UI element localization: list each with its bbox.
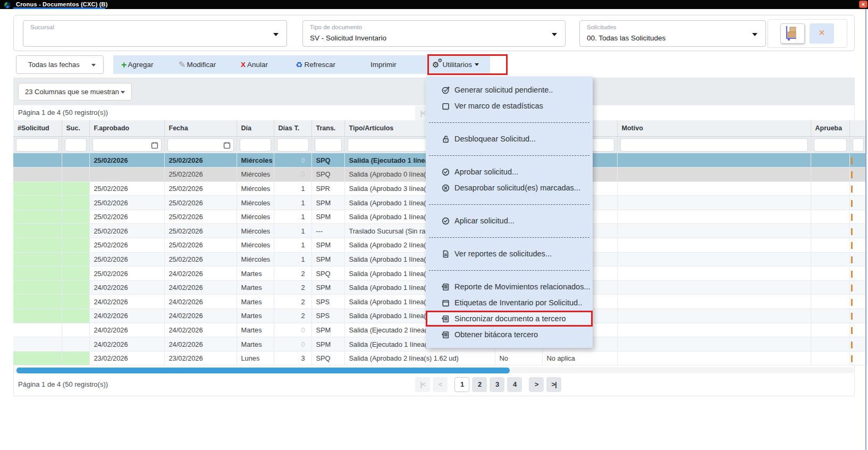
- column-header[interactable]: #Solicitud: [13, 120, 62, 136]
- date-filter-dropdown[interactable]: Todas las fechas: [16, 55, 104, 74]
- solicitudes-dropdown[interactable]: Solicitudes 00. Todas las Solicitudes: [579, 20, 766, 47]
- cell: [811, 238, 849, 253]
- page-button-1[interactable]: 1: [454, 377, 469, 392]
- menu-item[interactable]: Etiquetas de Inventario por Solicitud..: [426, 295, 593, 311]
- agregar-button[interactable]: +Agregar: [121, 55, 154, 74]
- menu-item[interactable]: Sincronizar documento a tercero: [426, 311, 593, 327]
- menu-item[interactable]: Ver reportes de solicitudes...: [426, 246, 593, 262]
- cell: 0: [274, 337, 311, 352]
- page-button-3[interactable]: 3: [490, 377, 504, 392]
- hand-truck-icon: [783, 26, 802, 41]
- clipped-cell-marker: [851, 271, 853, 278]
- cell: SPQ: [311, 351, 344, 365]
- column-header[interactable]: Trans.: [311, 120, 344, 136]
- cell: 25/02/2026: [164, 153, 237, 168]
- cell: 24/02/2026: [89, 323, 164, 337]
- cell: SPM: [311, 196, 344, 210]
- page-button-4[interactable]: 4: [507, 377, 522, 392]
- menu-item[interactable]: Reporte de Movimientos relacionados...: [426, 279, 593, 295]
- cell: [811, 153, 849, 168]
- cell: No: [495, 351, 542, 365]
- cell: 25/02/2026: [164, 224, 237, 238]
- columns-dropdown[interactable]: 23 Columnas que se muestran: [18, 83, 132, 101]
- tipo-documento-dropdown[interactable]: Tipo de documento SV - Solicitud Inventa…: [302, 20, 566, 47]
- column-header[interactable]: Días T.: [274, 120, 311, 136]
- clear-button[interactable]: ×: [810, 23, 834, 44]
- horizontal-scrollbar-thumb[interactable]: [16, 368, 510, 373]
- check-plus-icon: [441, 86, 454, 95]
- column-filter-input[interactable]: [814, 138, 847, 152]
- sucursal-dropdown[interactable]: Sucursal: [23, 20, 287, 47]
- cell: 23/02/2026: [164, 351, 237, 365]
- cell: [617, 351, 811, 365]
- column-header[interactable]: [849, 120, 866, 136]
- cell: [617, 323, 811, 337]
- cell: [617, 252, 811, 266]
- clipped-cell-marker: [851, 355, 853, 362]
- utilitarios-highlight-box: [427, 54, 508, 75]
- cell: 1: [274, 181, 311, 196]
- imprimir-button[interactable]: Imprimir: [370, 55, 397, 74]
- menu-item[interactable]: Desbloquear Solicitud...: [426, 131, 593, 147]
- clipped-cell-marker: [851, 186, 853, 193]
- column-filter-input[interactable]: [65, 138, 87, 152]
- cell: 0: [274, 323, 311, 337]
- cell: [617, 266, 811, 281]
- menu-item[interactable]: Desaprobar solicitud(es) marcadas...: [426, 180, 593, 196]
- menu-item[interactable]: Aplicar solicitud...: [426, 213, 593, 229]
- column-filter-input[interactable]: [16, 138, 59, 152]
- file-icon: [441, 249, 454, 259]
- column-header[interactable]: Motivo: [617, 120, 811, 136]
- column-filter-input[interactable]: [620, 138, 808, 152]
- calendar-icon[interactable]: [151, 141, 158, 151]
- column-header[interactable]: Día: [237, 120, 274, 136]
- cell: [811, 351, 849, 365]
- column-filter-input[interactable]: [277, 138, 309, 152]
- first-page-button[interactable]: |<: [415, 377, 430, 392]
- cell: 25/02/2026: [89, 210, 164, 224]
- prev-page-button[interactable]: <: [433, 377, 448, 392]
- next-page-button[interactable]: >: [529, 377, 544, 392]
- page-button-2[interactable]: 2: [472, 377, 487, 392]
- cell: [13, 266, 62, 281]
- menu-item-label: Aprobar solicitud...: [454, 168, 518, 176]
- chevron-down-icon: [552, 33, 557, 36]
- cell: 23/02/2026: [89, 351, 164, 365]
- cell: Martes: [237, 295, 274, 309]
- column-filter-input[interactable]: [240, 138, 271, 152]
- menu-item[interactable]: Obtener bitácora tercero: [426, 327, 593, 343]
- cell: [811, 196, 849, 210]
- cart-button[interactable]: [780, 23, 805, 44]
- cell: [62, 351, 89, 365]
- column-header[interactable]: Suc.: [62, 120, 89, 136]
- anular-button[interactable]: XAnular: [241, 55, 268, 74]
- refrescar-button[interactable]: ♻Refrescar: [296, 55, 335, 74]
- report-icon: [441, 282, 454, 291]
- column-header[interactable]: Fecha: [164, 120, 237, 136]
- cell: Miércoles: [237, 238, 274, 253]
- cell: 24/02/2026: [89, 337, 164, 352]
- cell: 25/02/2026: [89, 153, 164, 168]
- cell: [62, 337, 89, 352]
- cell: 24/02/2026: [164, 295, 237, 309]
- chevron-down-icon: [273, 33, 279, 36]
- last-page-button[interactable]: >|: [546, 377, 561, 392]
- table-row[interactable]: 23/02/202623/02/2026Lunes3SPQSalida (Apr…: [13, 351, 866, 365]
- cell: [617, 337, 811, 352]
- close-button[interactable]: ×: [859, 1, 867, 8]
- menu-item[interactable]: Ver marco de estadísticas: [426, 98, 593, 114]
- cell: Miércoles: [237, 196, 274, 210]
- modificar-button[interactable]: ✎Modificar: [179, 55, 216, 74]
- column-header[interactable]: F.aprobado: [89, 120, 164, 136]
- cell: SPM: [311, 337, 344, 352]
- cell: 2: [274, 266, 311, 281]
- menu-item[interactable]: Aprobar solicitud...: [426, 164, 593, 180]
- column-filter-input[interactable]: [853, 138, 864, 152]
- column-header[interactable]: Aprueba: [811, 120, 849, 136]
- cell: Martes: [237, 309, 274, 323]
- cell: SPQ: [311, 168, 344, 182]
- menu-item[interactable]: Generar solicitud pendiente..: [426, 82, 593, 98]
- calendar-icon[interactable]: [223, 141, 231, 151]
- column-filter-input[interactable]: [315, 138, 342, 152]
- cell: [811, 309, 849, 323]
